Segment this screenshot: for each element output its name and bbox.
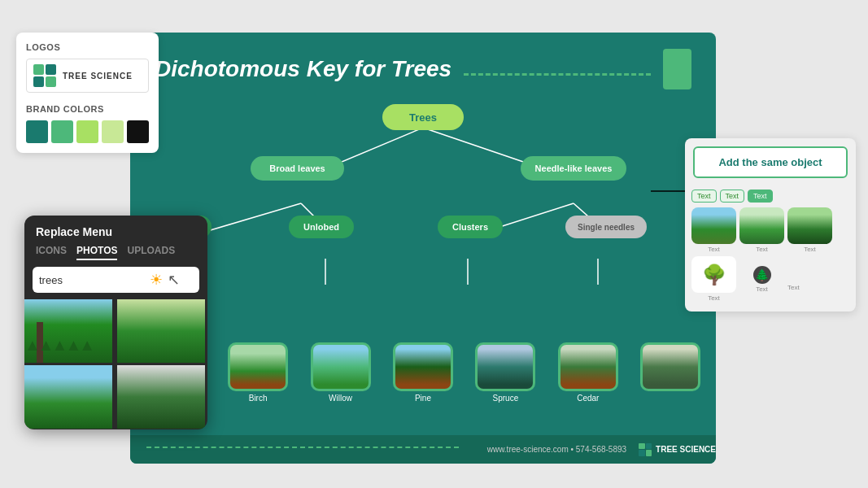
tree-science-logo-icon <box>33 64 56 87</box>
panel-icon-box-1[interactable]: 🌳 <box>691 256 736 293</box>
brand-colors-label: BRAND COLORS <box>26 104 149 114</box>
species-spruce[interactable]: Spruce <box>473 342 538 403</box>
photo-thumb-1[interactable] <box>24 299 112 363</box>
panel-icon-small-label-1: Text <box>756 285 768 293</box>
tree-node-broad-leaves[interactable]: Broad leaves <box>251 156 344 181</box>
panel-text-badge-1[interactable]: Text <box>691 190 717 203</box>
panel-image-row: Text Text Text <box>685 206 856 255</box>
tree-node-clusters[interactable]: Clusters <box>438 216 503 238</box>
panel-thumb-tree2-label: Text <box>756 246 768 253</box>
tab-photos[interactable]: PHOTOS <box>76 245 117 260</box>
panel-thumb-tree2[interactable] <box>739 207 784 244</box>
brand-logo-name: TREE SCIENCE <box>63 72 133 81</box>
replace-search-bar[interactable]: ☀ ↖ <box>33 267 199 293</box>
species-pine-img <box>393 342 453 391</box>
species-cedar[interactable]: Cedar <box>556 342 621 403</box>
photo-thumb-3[interactable] <box>24 365 112 429</box>
photo-thumb-2[interactable] <box>117 299 205 363</box>
brand-logo-row: TREE SCIENCE <box>26 59 149 93</box>
slide-footer: www.tree-science.com • 574-568-5893 TREE… <box>130 435 716 464</box>
tree-node-unlobed[interactable]: Unlobed <box>289 216 354 238</box>
species-pine-label: Pine <box>390 394 456 403</box>
panel-text-badge-row: Text Text Text <box>685 186 856 206</box>
tree-node-needle-leaves[interactable]: Needle-like leaves <box>521 156 626 181</box>
species-cedar-label: Cedar <box>556 394 621 403</box>
slide-corner-box <box>663 49 691 89</box>
add-object-panel: Add the same object Text Text Text Text … <box>685 138 856 312</box>
slide-squiggle-decoration <box>464 68 651 76</box>
panel-icon-label-1: Text <box>708 294 720 302</box>
replace-menu-tabs: ICONS PHOTOS UPLOADS <box>24 245 207 267</box>
color-swatch-5[interactable] <box>127 120 149 143</box>
panel-icon-small-1[interactable]: 🌲 <box>753 266 771 284</box>
tree-node-single-needles[interactable]: Single needles <box>565 216 647 238</box>
species-cedar-img <box>558 342 618 391</box>
color-swatch-1[interactable] <box>26 120 48 143</box>
panel-thumb-tree1-label: Text <box>708 246 720 253</box>
panel-icon-placeholder-label: Text <box>787 268 800 291</box>
species-birch[interactable]: Birch <box>225 342 290 403</box>
species-willow[interactable]: Willow <box>308 342 373 403</box>
slide-header: Dichotomous Key for Trees <box>130 33 716 98</box>
photo-grid <box>24 299 207 429</box>
panel-text-badge-2[interactable]: Text <box>720 190 745 203</box>
replace-menu: Replace Menu ICONS PHOTOS UPLOADS ☀ ↖ <box>24 216 207 429</box>
footer-contact: www.tree-science.com • 574-568-5893 <box>487 445 626 454</box>
species-spruce-label: Spruce <box>473 394 538 403</box>
brand-panel: LOGOS TREE SCIENCE BRAND COLORS <box>16 33 159 153</box>
add-same-object-button[interactable]: Add the same object <box>693 146 848 178</box>
panel-text-badge-3[interactable]: Text <box>748 190 773 203</box>
tree-diagram: Trees Broad leaves Needle-like leaves Lo… <box>130 98 716 439</box>
slide-container: Dichotomous Key for Trees <box>130 33 716 464</box>
species-willow-label: Willow <box>308 394 373 403</box>
search-input[interactable] <box>39 274 145 286</box>
brand-colors-row <box>26 120 149 143</box>
species-extra[interactable] <box>638 342 703 403</box>
photo-thumb-4[interactable] <box>117 365 205 429</box>
panel-thumb-tree3[interactable] <box>787 207 832 244</box>
tree-node-trees[interactable]: Trees <box>382 104 464 130</box>
color-swatch-4[interactable] <box>102 120 124 143</box>
species-spruce-img <box>475 342 535 391</box>
replace-menu-title: Replace Menu <box>24 216 207 245</box>
footer-logo-text: TREE SCIENCE <box>656 445 716 454</box>
search-sun-icon: ☀ <box>150 271 163 289</box>
logos-label: LOGOS <box>26 42 149 52</box>
footer-logo: TREE SCIENCE <box>639 443 716 456</box>
cursor-icon: ↖ <box>168 271 180 289</box>
species-birch-img <box>228 342 288 391</box>
species-pine[interactable]: Pine <box>390 342 456 403</box>
color-swatch-2[interactable] <box>51 120 73 143</box>
panel-thumb-tree3-label: Text <box>804 246 816 253</box>
color-swatch-3[interactable] <box>76 120 98 143</box>
slide-title: Dichotomous Key for Trees <box>155 56 451 82</box>
species-willow-img <box>311 342 371 391</box>
panel-icon-row: 🌳 Text 🌲 Text Text <box>685 255 856 303</box>
tab-uploads[interactable]: UPLOADS <box>127 245 175 260</box>
panel-thumb-tree1[interactable] <box>691 207 736 244</box>
tab-icons[interactable]: ICONS <box>36 245 67 260</box>
footer-squiggle <box>146 447 459 453</box>
species-birch-label: Birch <box>225 394 290 403</box>
species-extra-img <box>640 342 700 391</box>
